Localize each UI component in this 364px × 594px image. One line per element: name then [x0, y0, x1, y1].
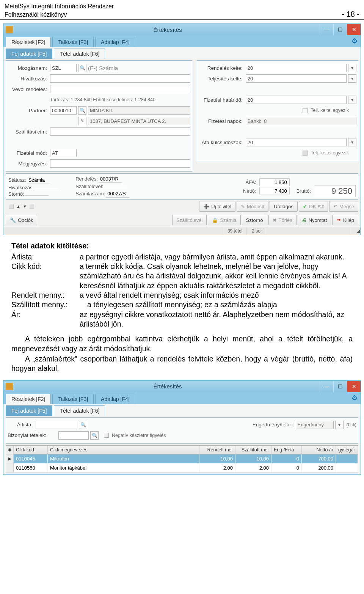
search-icon[interactable]: 🔍	[78, 64, 86, 72]
tab-tallozas[interactable]: Tallózás [F3]	[52, 37, 94, 47]
engedmeny-field[interactable]	[296, 421, 334, 429]
ar-def-label: Ár:	[11, 310, 80, 329]
maximize-button[interactable]: ☐	[333, 381, 347, 392]
col-cikk-kod[interactable]: Cikk kód	[14, 446, 48, 454]
nav-down-icon[interactable]: ▼	[23, 204, 27, 209]
vevoi-rendeles-field[interactable]	[50, 85, 190, 93]
cell-price: 200,00	[302, 464, 336, 472]
subtab-fej[interactable]: Fej adatok [F5]	[6, 405, 52, 416]
grid-header: ◉ Cikk kód Cikk megnevezés Rendelt me. S…	[6, 446, 358, 454]
negativ-checkbox[interactable]	[104, 433, 109, 438]
cell-sm: 10,00	[235, 454, 271, 463]
minimize-button[interactable]: —	[320, 381, 333, 392]
mozgasnem-field[interactable]	[50, 64, 77, 72]
search-icon[interactable]: 🔍	[79, 421, 87, 429]
nav-controls: ⬜ ▲ ▼ ⬜	[6, 201, 38, 212]
nav-first-icon[interactable]: ⬜	[9, 204, 14, 209]
col-szallitott[interactable]: Szállított me.	[235, 446, 271, 454]
totals-panel: Státusz:Számla Hivatkozás: Stornó: Rende…	[6, 173, 358, 200]
table-row[interactable]: ▶ 0110045 Mikrofon 10,00 10,00 0 700,00	[6, 454, 358, 464]
window-title: Értékesítés	[16, 383, 320, 390]
sub-tabbar: Fej adatok [F5] Tétel adatok [F6]	[3, 404, 361, 416]
afa-idoszak-label: Áfa kulcs időszak:	[199, 140, 244, 145]
megjegyzes-field[interactable]	[50, 159, 190, 168]
col-egysegar[interactable]: gységár	[336, 446, 358, 454]
row-indicator-icon: ▶	[6, 454, 14, 463]
dropdown-icon[interactable]: ▾	[335, 421, 344, 429]
torles-button[interactable]: ✖Törlés	[268, 215, 297, 225]
nyomtat-button[interactable]: 🖨Nyomtat	[298, 215, 331, 225]
minimize-button[interactable]: —	[320, 24, 333, 35]
subtab-fej[interactable]: Fej adatok [F5]	[6, 49, 52, 59]
uj-felvitel-button[interactable]: ➕Új felvitel	[199, 201, 235, 212]
sztorno-button[interactable]: Sztornó	[242, 215, 267, 225]
bizonylat-field[interactable]	[58, 431, 89, 440]
gear-icon[interactable]: ⚙	[351, 394, 358, 402]
lock-icon: 🔒	[212, 217, 218, 223]
cell-unit	[336, 454, 358, 463]
search-icon[interactable]: 🔍	[90, 431, 99, 440]
close-button[interactable]: ✕	[347, 24, 361, 35]
status-value: Számla	[27, 176, 50, 184]
left-panel: Mozgásnem: 🔍 (E-) Számla Hivatkozás: Vev…	[6, 60, 192, 172]
dropdown-icon[interactable]: ▾	[348, 96, 356, 104]
tab-reszletek[interactable]: Részletek [F2]	[6, 37, 51, 47]
partner-field[interactable]	[50, 106, 77, 115]
dropdown-icon[interactable]: ▾	[348, 138, 356, 146]
utolagos-button[interactable]: Utólagos	[270, 201, 297, 212]
resize-grip-icon[interactable]: ◢	[353, 227, 361, 235]
fizetesi-mod-field[interactable]	[50, 149, 77, 157]
telj-egyezik-checkbox-2[interactable]	[303, 151, 308, 156]
hivatkozas2-label: Hivatkozás:	[8, 185, 35, 190]
arlista-def-label: Árlista:	[11, 252, 80, 262]
arlista-field[interactable]	[36, 421, 77, 429]
col-netto-ar[interactable]: Nettó ár	[302, 446, 336, 454]
maximize-button[interactable]: ☐	[333, 24, 347, 35]
hivatkozas-field[interactable]	[50, 74, 190, 83]
cikk-def-label: Cikk kód:	[11, 262, 80, 291]
pencil-icon: ✎	[241, 204, 245, 209]
tab-adatlap[interactable]: Adatlap [F4]	[95, 37, 135, 47]
paragraph-1: A tételeken jobb egérgombbal kattintva e…	[11, 334, 353, 354]
close-button[interactable]: ✕	[347, 381, 361, 392]
edit-icon[interactable]: ✎	[78, 117, 86, 125]
tab-reszletek[interactable]: Részletek [F2]	[6, 394, 51, 404]
dropdown-icon[interactable]: ▾	[348, 64, 356, 72]
tab-tallozas[interactable]: Tallózás [F3]	[52, 394, 94, 404]
tab-adatlap[interactable]: Adatlap [F4]	[95, 394, 135, 404]
col-rendelt[interactable]: Rendelt me.	[199, 446, 235, 454]
wrench-icon: 🔧	[10, 217, 16, 223]
szallitolevel-button[interactable]: Szállítólevél	[172, 215, 207, 225]
cell-code: 0110550	[14, 464, 48, 472]
szamla-button[interactable]: 🔒Számla	[208, 215, 240, 225]
col-eng-fela[interactable]: Eng./Felá	[271, 446, 302, 454]
subtab-tetel[interactable]: Tétel adatok [F6]	[54, 405, 105, 416]
table-row[interactable]: 0110550 Monitor tápkábel 2,00 2,00 0 200…	[6, 464, 358, 473]
megse-button[interactable]: ↶Mégse	[329, 201, 358, 212]
afa-idoszak-field[interactable]	[246, 138, 347, 146]
ok-button[interactable]: ✔OKF12	[299, 201, 328, 212]
dropdown-icon[interactable]: ▾	[348, 74, 356, 83]
hivatkozas-label: Hivatkozás:	[8, 76, 49, 82]
telj-egyezik-label: Telj. keltel egyezik	[311, 108, 349, 113]
nav-up-icon[interactable]: ▲	[16, 204, 20, 209]
gear-icon[interactable]: ⚙	[351, 37, 358, 45]
search-icon[interactable]: 🔍	[78, 106, 86, 115]
szallitasi-cim-field[interactable]	[50, 127, 190, 136]
nav-last-icon[interactable]: ⬜	[29, 204, 35, 209]
teljesites-kelte-field[interactable]	[246, 74, 347, 83]
cell-sm: 2,00	[235, 464, 271, 472]
hivatkozas2-value	[35, 187, 58, 189]
modosit-button[interactable]: ✎Módosít	[237, 201, 268, 212]
telj-egyezik-checkbox[interactable]	[303, 108, 308, 113]
row-selector-header[interactable]: ◉	[6, 446, 14, 454]
col-cikk-megnevezes[interactable]: Cikk megnevezés	[48, 446, 199, 454]
opciok-button[interactable]: 🔧Opciók	[6, 215, 37, 225]
kilep-button[interactable]: ⮕Kilép	[332, 215, 358, 225]
fizetesi-hatarido-field[interactable]	[246, 96, 347, 104]
doc-title: MetalSys Integrált Információs Rendszer	[5, 2, 114, 11]
cell-name: Mikrofon	[48, 454, 199, 463]
subtab-tetel[interactable]: Tétel adatok [F6]	[54, 49, 105, 59]
rendeles-kelte-field[interactable]	[246, 64, 347, 72]
szallitasi-cim-label: Szállítási cím:	[8, 129, 49, 135]
